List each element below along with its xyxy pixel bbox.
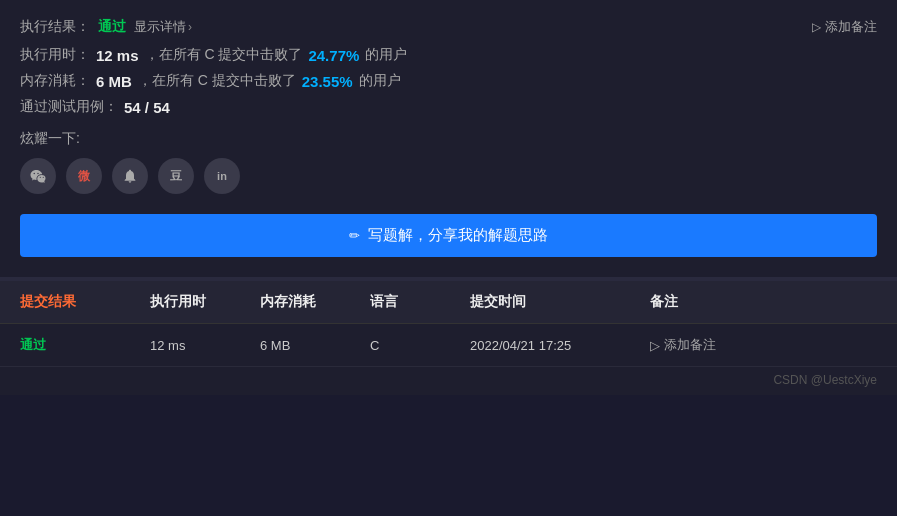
memory-label: 内存消耗： — [20, 72, 90, 90]
wechat-btn[interactable] — [20, 158, 56, 194]
th-time: 执行用时 — [150, 293, 260, 311]
show-detail-link[interactable]: 显示详情 › — [134, 18, 192, 36]
th-memory: 内存消耗 — [260, 293, 370, 311]
time-desc-prefix: ，在所有 C 提交中击败了 — [145, 46, 303, 64]
share-label: 炫耀一下: — [20, 130, 877, 148]
table-header: 提交结果 执行用时 内存消耗 语言 提交时间 备注 — [0, 281, 897, 324]
th-lang: 语言 — [370, 293, 470, 311]
test-label: 通过测试用例： — [20, 98, 118, 116]
time-value: 12 ms — [96, 47, 139, 64]
status-pass: 通过 — [98, 18, 126, 36]
weibo-btn[interactable]: 微 — [66, 158, 102, 194]
memory-row: 内存消耗： 6 MB ，在所有 C 提交中击败了 23.55% 的用户 — [20, 72, 877, 90]
table-row: 通过 12 ms 6 MB C 2022/04/21 17:25 ▷ 添加备注 — [0, 324, 897, 367]
time-pct: 24.77% — [308, 47, 359, 64]
th-result: 提交结果 — [20, 293, 150, 311]
execution-result-label: 执行结果： — [20, 18, 90, 36]
add-note-btn[interactable]: ▷ 添加备注 — [812, 18, 877, 36]
result-left: 执行结果： 通过 显示详情 › — [20, 18, 192, 36]
show-detail-text: 显示详情 — [134, 18, 186, 36]
watermark: CSDN @UestcXiye — [0, 367, 897, 395]
add-note-label: 添加备注 — [825, 18, 877, 36]
time-desc-suffix: 的用户 — [365, 46, 407, 64]
bottom-section: 提交结果 执行用时 内存消耗 语言 提交时间 备注 通过 12 ms 6 MB … — [0, 281, 897, 395]
result-row: 执行结果： 通过 显示详情 › ▷ 添加备注 — [20, 18, 877, 36]
td-note-btn[interactable]: ▷ 添加备注 — [650, 336, 877, 354]
memory-pct: 23.55% — [302, 73, 353, 90]
chevron-icon: › — [188, 20, 192, 34]
th-note: 备注 — [650, 293, 877, 311]
th-submit-time: 提交时间 — [470, 293, 650, 311]
test-value: 54 / 54 — [124, 99, 170, 116]
memory-value: 6 MB — [96, 73, 132, 90]
memory-desc-prefix: ，在所有 C 提交中击败了 — [138, 72, 296, 90]
write-btn-label: 写题解，分享我的解题思路 — [368, 226, 548, 245]
td-memory: 6 MB — [260, 338, 370, 353]
pencil-icon: ✏ — [349, 228, 360, 243]
social-icons: 微 豆 in — [20, 158, 877, 194]
top-section: 执行结果： 通过 显示详情 › ▷ 添加备注 执行用时： 12 ms ，在所有 … — [0, 0, 897, 281]
add-note-row-label: 添加备注 — [664, 336, 716, 354]
test-row: 通过测试用例： 54 / 54 — [20, 98, 877, 116]
bell-btn[interactable] — [112, 158, 148, 194]
memory-desc-suffix: 的用户 — [359, 72, 401, 90]
time-row: 执行用时： 12 ms ，在所有 C 提交中击败了 24.77% 的用户 — [20, 46, 877, 64]
td-lang: C — [370, 338, 470, 353]
td-result: 通过 — [20, 336, 150, 354]
td-submit-time: 2022/04/21 17:25 — [470, 338, 650, 353]
linkedin-btn[interactable]: in — [204, 158, 240, 194]
douban-btn[interactable]: 豆 — [158, 158, 194, 194]
time-label: 执行用时： — [20, 46, 90, 64]
flag-icon-row: ▷ — [650, 338, 660, 353]
td-time: 12 ms — [150, 338, 260, 353]
flag-icon: ▷ — [812, 20, 821, 34]
write-solution-btn[interactable]: ✏ 写题解，分享我的解题思路 — [20, 214, 877, 257]
